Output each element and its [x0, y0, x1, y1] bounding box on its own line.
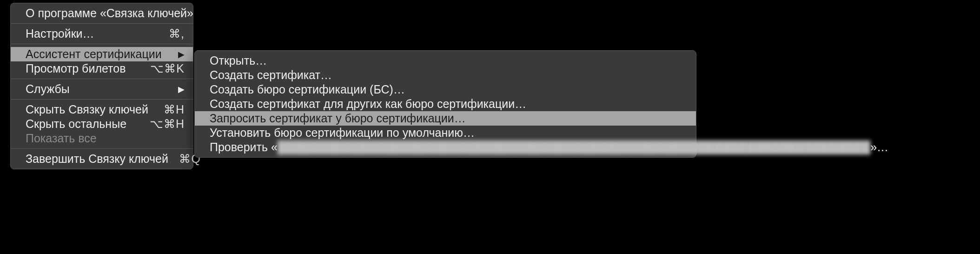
- submenu-item-create-ca[interactable]: Создать бюро сертификации (БС)…: [195, 82, 696, 97]
- menu-item-label: Настройки…: [26, 27, 152, 40]
- evaluate-prefix: Проверить «: [210, 140, 278, 154]
- menu-item-label: Создать бюро сертификации (БС)…: [210, 83, 688, 96]
- menu-item-ticket-viewer[interactable]: Просмотр билетов ⌥⌘K: [11, 61, 193, 76]
- menu-item-label: Открыть…: [210, 54, 688, 67]
- menu-item-label: Ассистент сертификации: [26, 47, 174, 61]
- menu-shortcut: ⌘H: [152, 103, 185, 116]
- submenu-item-request-cert[interactable]: Запросить сертификат у бюро сертификации…: [195, 111, 696, 126]
- cert-assistant-submenu: Открыть… Создать сертификат… Создать бюр…: [194, 50, 696, 158]
- menu-item-cert-assistant[interactable]: Ассистент сертификации ▶: [11, 47, 193, 61]
- menu-item-label: Запросить сертификат у бюро сертификации…: [210, 112, 688, 125]
- menu-separator: [11, 44, 193, 44]
- menu-item-label: О программе «Связка ключей»: [26, 7, 193, 20]
- menu-separator: [11, 148, 193, 149]
- menu-separator: [11, 99, 193, 100]
- submenu-item-create-cert-others[interactable]: Создать сертификат для других как бюро с…: [195, 97, 696, 111]
- submenu-arrow-icon: ▶: [178, 85, 185, 94]
- menu-item-label: Показать все: [26, 132, 185, 145]
- submenu-item-open[interactable]: Открыть…: [195, 53, 696, 68]
- menu-item-quit[interactable]: Завершить Связку ключей ⌘Q: [11, 152, 193, 166]
- menu-item-label: Скрыть Связку ключей: [26, 103, 152, 116]
- menu-shortcut: ⌥⌘H: [150, 117, 185, 131]
- menu-separator: [11, 79, 193, 79]
- submenu-item-evaluate[interactable]: Проверить «█████████████████████████████…: [195, 140, 696, 154]
- menu-item-hide-others[interactable]: Скрыть остальные ⌥⌘H: [11, 117, 193, 131]
- evaluate-redacted: ████████████████████████████████████████…: [278, 140, 870, 154]
- menu-item-about[interactable]: О программе «Связка ключей»: [11, 6, 193, 20]
- menu-item-hide[interactable]: Скрыть Связку ключей ⌘H: [11, 102, 193, 117]
- menu-item-label: Завершить Связку ключей: [26, 152, 168, 166]
- menu-item-show-all: Показать все: [11, 131, 193, 146]
- menu-shortcut: ⌥⌘K: [150, 62, 185, 75]
- menu-item-label: Скрыть остальные: [26, 117, 150, 131]
- menu-item-preferences[interactable]: Настройки… ⌘,: [11, 27, 193, 41]
- evaluate-suffix: »…: [870, 140, 888, 154]
- app-menu: О программе «Связка ключей» Настройки… ⌘…: [10, 3, 193, 169]
- menu-item-label: Проверить «█████████████████████████████…: [210, 140, 888, 154]
- menu-item-label: Создать сертификат…: [210, 68, 688, 82]
- menu-item-label: Службы: [26, 82, 174, 96]
- submenu-item-create-cert[interactable]: Создать сертификат…: [195, 68, 696, 82]
- menu-shortcut: ⌘,: [152, 27, 185, 40]
- menu-separator: [11, 23, 193, 24]
- menu-item-services[interactable]: Службы ▶: [11, 82, 193, 96]
- menu-item-label: Создать сертификат для других как бюро с…: [210, 97, 688, 111]
- menu-item-label: Просмотр билетов: [26, 62, 150, 75]
- submenu-item-set-default-ca[interactable]: Установить бюро сертификации по умолчани…: [195, 126, 696, 140]
- submenu-arrow-icon: ▶: [178, 50, 185, 59]
- menu-item-label: Установить бюро сертификации по умолчани…: [210, 126, 688, 140]
